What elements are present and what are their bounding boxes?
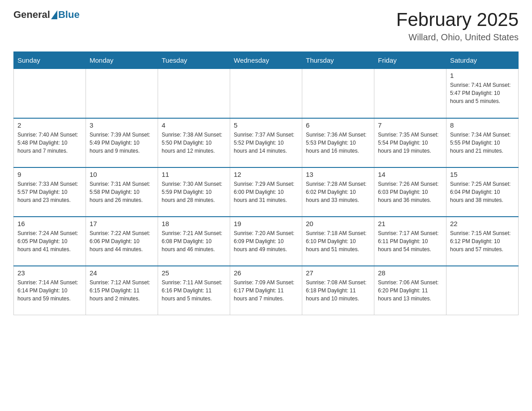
day-info: Sunrise: 7:08 AM Sunset: 6:18 PM Dayligh…: [306, 278, 370, 303]
calendar-day-cell: 4Sunrise: 7:38 AM Sunset: 5:50 PM Daylig…: [158, 118, 230, 167]
logo-blue-text: Blue: [58, 9, 80, 21]
day-number: 7: [378, 121, 442, 129]
day-info: Sunrise: 7:30 AM Sunset: 5:59 PM Dayligh…: [162, 180, 226, 204]
col-header-wednesday: Wednesday: [230, 52, 302, 69]
day-number: 18: [162, 220, 226, 227]
day-number: 25: [162, 269, 226, 277]
calendar-day-cell: 15Sunrise: 7:25 AM Sunset: 6:04 PM Dayli…: [446, 167, 519, 217]
calendar-day-cell: [158, 69, 230, 118]
day-info: Sunrise: 7:22 AM Sunset: 6:06 PM Dayligh…: [90, 229, 154, 253]
calendar-day-cell: 22Sunrise: 7:15 AM Sunset: 6:12 PM Dayli…: [446, 217, 519, 266]
day-number: 11: [162, 171, 226, 178]
calendar-day-cell: 3Sunrise: 7:39 AM Sunset: 5:49 PM Daylig…: [86, 118, 158, 167]
col-header-tuesday: Tuesday: [158, 52, 230, 69]
calendar-day-cell: 11Sunrise: 7:30 AM Sunset: 5:59 PM Dayli…: [158, 167, 230, 217]
day-number: 4: [162, 121, 226, 129]
day-number: 15: [450, 171, 515, 178]
calendar-day-cell: 23Sunrise: 7:14 AM Sunset: 6:14 PM Dayli…: [14, 266, 86, 315]
logo-triangle-icon: [51, 10, 57, 19]
calendar-day-cell: 20Sunrise: 7:18 AM Sunset: 6:10 PM Dayli…: [302, 217, 374, 266]
month-title: February 2025: [396, 9, 519, 30]
calendar-week-row: 1Sunrise: 7:41 AM Sunset: 5:47 PM Daylig…: [14, 69, 519, 118]
calendar-day-cell: 21Sunrise: 7:17 AM Sunset: 6:11 PM Dayli…: [374, 217, 446, 266]
day-number: 6: [306, 121, 370, 129]
day-number: 21: [378, 220, 442, 227]
day-info: Sunrise: 7:36 AM Sunset: 5:53 PM Dayligh…: [306, 131, 370, 155]
day-info: Sunrise: 7:41 AM Sunset: 5:47 PM Dayligh…: [450, 81, 515, 105]
day-info: Sunrise: 7:40 AM Sunset: 5:48 PM Dayligh…: [17, 131, 82, 155]
col-header-thursday: Thursday: [302, 52, 374, 69]
day-info: Sunrise: 7:25 AM Sunset: 6:04 PM Dayligh…: [450, 180, 515, 204]
calendar-week-row: 9Sunrise: 7:33 AM Sunset: 5:57 PM Daylig…: [14, 167, 519, 217]
calendar-day-cell: 18Sunrise: 7:21 AM Sunset: 6:08 PM Dayli…: [158, 217, 230, 266]
calendar-day-cell: 17Sunrise: 7:22 AM Sunset: 6:06 PM Dayli…: [86, 217, 158, 266]
calendar-day-cell: [86, 69, 158, 118]
calendar-day-cell: 2Sunrise: 7:40 AM Sunset: 5:48 PM Daylig…: [14, 118, 86, 167]
day-number: 5: [234, 121, 298, 129]
day-info: Sunrise: 7:20 AM Sunset: 6:09 PM Dayligh…: [234, 229, 298, 253]
title-area: February 2025 Willard, Ohio, United Stat…: [396, 9, 519, 43]
calendar-day-cell: 12Sunrise: 7:29 AM Sunset: 6:00 PM Dayli…: [230, 167, 302, 217]
calendar-day-cell: 19Sunrise: 7:20 AM Sunset: 6:09 PM Dayli…: [230, 217, 302, 266]
calendar-day-cell: 14Sunrise: 7:26 AM Sunset: 6:03 PM Dayli…: [374, 167, 446, 217]
calendar-day-cell: 25Sunrise: 7:11 AM Sunset: 6:16 PM Dayli…: [158, 266, 230, 315]
calendar-day-cell: [230, 69, 302, 118]
calendar-day-cell: 28Sunrise: 7:06 AM Sunset: 6:20 PM Dayli…: [374, 266, 446, 315]
day-info: Sunrise: 7:28 AM Sunset: 6:02 PM Dayligh…: [306, 180, 370, 204]
day-info: Sunrise: 7:11 AM Sunset: 6:16 PM Dayligh…: [162, 278, 226, 303]
day-number: 26: [234, 269, 298, 277]
day-number: 2: [17, 121, 82, 129]
calendar-header-row: SundayMondayTuesdayWednesdayThursdayFrid…: [14, 52, 519, 69]
calendar-day-cell: 9Sunrise: 7:33 AM Sunset: 5:57 PM Daylig…: [14, 167, 86, 217]
calendar-day-cell: 8Sunrise: 7:34 AM Sunset: 5:55 PM Daylig…: [446, 118, 519, 167]
calendar-day-cell: 6Sunrise: 7:36 AM Sunset: 5:53 PM Daylig…: [302, 118, 374, 167]
calendar-day-cell: 7Sunrise: 7:35 AM Sunset: 5:54 PM Daylig…: [374, 118, 446, 167]
day-number: 3: [90, 121, 154, 129]
day-info: Sunrise: 7:09 AM Sunset: 6:17 PM Dayligh…: [234, 278, 298, 303]
col-header-saturday: Saturday: [446, 52, 519, 69]
day-info: Sunrise: 7:21 AM Sunset: 6:08 PM Dayligh…: [162, 229, 226, 253]
page-header: General Blue February 2025 Willard, Ohio…: [13, 9, 519, 43]
calendar-day-cell: [14, 69, 86, 118]
calendar-table: SundayMondayTuesdayWednesdayThursdayFrid…: [13, 51, 519, 315]
col-header-sunday: Sunday: [14, 52, 86, 69]
day-number: 16: [17, 220, 82, 227]
day-number: 28: [378, 269, 442, 277]
day-number: 14: [378, 171, 442, 178]
day-info: Sunrise: 7:06 AM Sunset: 6:20 PM Dayligh…: [378, 278, 442, 303]
calendar-week-row: 2Sunrise: 7:40 AM Sunset: 5:48 PM Daylig…: [14, 118, 519, 167]
calendar-day-cell: [446, 266, 519, 315]
day-number: 19: [234, 220, 298, 227]
day-info: Sunrise: 7:29 AM Sunset: 6:00 PM Dayligh…: [234, 180, 298, 204]
day-info: Sunrise: 7:37 AM Sunset: 5:52 PM Dayligh…: [234, 131, 298, 155]
day-info: Sunrise: 7:18 AM Sunset: 6:10 PM Dayligh…: [306, 229, 370, 253]
day-info: Sunrise: 7:35 AM Sunset: 5:54 PM Dayligh…: [378, 131, 442, 155]
day-number: 13: [306, 171, 370, 178]
day-info: Sunrise: 7:24 AM Sunset: 6:05 PM Dayligh…: [17, 229, 82, 253]
calendar-day-cell: 13Sunrise: 7:28 AM Sunset: 6:02 PM Dayli…: [302, 167, 374, 217]
day-number: 1: [450, 72, 515, 79]
day-info: Sunrise: 7:12 AM Sunset: 6:15 PM Dayligh…: [90, 278, 154, 303]
day-number: 17: [90, 220, 154, 227]
day-number: 9: [17, 171, 82, 178]
day-number: 8: [450, 121, 515, 129]
day-info: Sunrise: 7:14 AM Sunset: 6:14 PM Dayligh…: [17, 278, 82, 303]
day-number: 27: [306, 269, 370, 277]
day-info: Sunrise: 7:17 AM Sunset: 6:11 PM Dayligh…: [378, 229, 442, 253]
day-number: 23: [17, 269, 82, 277]
calendar-day-cell: 5Sunrise: 7:37 AM Sunset: 5:52 PM Daylig…: [230, 118, 302, 167]
day-number: 22: [450, 220, 515, 227]
day-info: Sunrise: 7:15 AM Sunset: 6:12 PM Dayligh…: [450, 229, 515, 253]
calendar-week-row: 16Sunrise: 7:24 AM Sunset: 6:05 PM Dayli…: [14, 217, 519, 266]
logo-general-text: General: [13, 9, 50, 21]
day-number: 24: [90, 269, 154, 277]
day-number: 20: [306, 220, 370, 227]
day-info: Sunrise: 7:34 AM Sunset: 5:55 PM Dayligh…: [450, 131, 515, 155]
day-info: Sunrise: 7:39 AM Sunset: 5:49 PM Dayligh…: [90, 131, 154, 155]
col-header-monday: Monday: [86, 52, 158, 69]
day-info: Sunrise: 7:33 AM Sunset: 5:57 PM Dayligh…: [17, 180, 82, 204]
day-number: 10: [90, 171, 154, 178]
day-info: Sunrise: 7:31 AM Sunset: 5:58 PM Dayligh…: [90, 180, 154, 204]
calendar-day-cell: 16Sunrise: 7:24 AM Sunset: 6:05 PM Dayli…: [14, 217, 86, 266]
day-info: Sunrise: 7:26 AM Sunset: 6:03 PM Dayligh…: [378, 180, 442, 204]
